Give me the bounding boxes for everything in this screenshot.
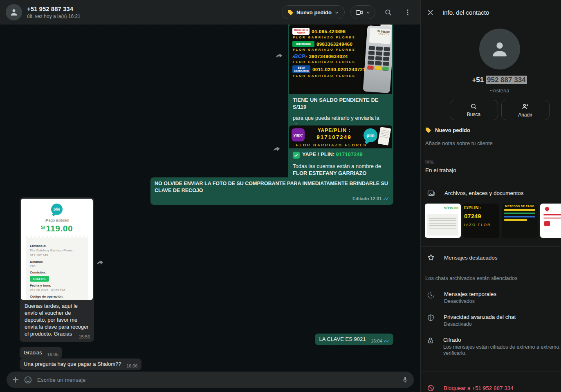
attach-plus-icon[interactable] xyxy=(11,376,20,384)
bank-account-holder: FLOR GARRIAZO FLORES xyxy=(293,36,361,39)
check-emoji xyxy=(293,152,300,159)
bank-accounts-image[interactable]: Banco de la Nación04-085-424896FLOR GARR… xyxy=(289,24,392,94)
search-contact-button[interactable]: Busca xyxy=(450,100,498,120)
last-seen: últ. vez hoy a la(s) 16:21 xyxy=(27,13,282,20)
bank-account-number: 04-085-424896 xyxy=(312,29,346,34)
incoming-message-voucher[interactable]: plin ¡Pago exitoso! S/119.00 Enviado a: … xyxy=(20,197,94,342)
banner-number: 917107249 xyxy=(305,134,364,140)
yape-logo: yape xyxy=(292,128,305,141)
forward-icon[interactable] xyxy=(96,258,105,267)
label-chip-text: Nuevo pedido xyxy=(435,127,470,133)
pos-key xyxy=(383,62,389,66)
media-links-docs-label: Archivos, enlaces y documentos xyxy=(444,190,524,196)
starred-messages-label: Mensajes destacados xyxy=(444,255,498,261)
composer-bar xyxy=(7,372,414,388)
outgoing-message-reminder[interactable]: NO OLVIDE ENVIAR LA FOTO DE SU COMPROBAN… xyxy=(150,177,393,205)
shipping-thumbnail[interactable] xyxy=(540,204,561,238)
label-chip-row[interactable]: Nuevo pedido xyxy=(421,127,561,133)
bank-account-holder: FLOR GARRIAZO FLORES xyxy=(293,60,361,64)
close-icon[interactable] xyxy=(426,9,434,16)
block-icon xyxy=(427,384,435,392)
incoming-message-thanks[interactable]: Gracias 16:05 xyxy=(20,347,62,358)
message-input[interactable] xyxy=(36,376,397,383)
message-list: Banco de la Nación04-085-424896FLOR GARR… xyxy=(0,0,420,392)
message-time: 16:05 xyxy=(47,352,58,357)
outgoing-message-bank-accounts[interactable]: Banco de la Nación04-085-424896FLOR GARR… xyxy=(288,22,393,140)
advanced-privacy-row[interactable]: Privacidad avanzada del chat Desactivado xyxy=(421,314,561,327)
media-thumbnails: S/119.00 E/PLIN : 07249 IAZO FLOR METODO… xyxy=(421,204,561,238)
person-icon xyxy=(9,7,19,17)
archived-chats-note: Los chats archivados están silenciados xyxy=(421,275,561,281)
pos-function-key xyxy=(375,66,381,70)
encryption-row[interactable]: Cifrado Los mensajes están cifrados de e… xyxy=(421,337,561,356)
label-tag-icon xyxy=(287,9,294,16)
message-caption: Buenas tardes, aquí le envío el voucher … xyxy=(21,300,93,340)
video-camera-icon xyxy=(355,9,363,16)
bcp-bank-logo: ›BCP› xyxy=(292,53,307,59)
banner-holder: FLOR GARRIAZO FLORES xyxy=(289,143,374,147)
pos-key xyxy=(375,61,381,65)
contact-avatar-large[interactable] xyxy=(479,29,520,69)
search-in-chat-button[interactable] xyxy=(381,5,395,19)
pos-function-key xyxy=(367,65,374,69)
encryption-title: Cifrado xyxy=(443,337,561,343)
receipt-paper-decor xyxy=(378,127,391,146)
mic-icon[interactable] xyxy=(402,376,409,383)
payment-voucher-image[interactable]: plin ¡Pago exitoso! S/119.00 Enviado a: … xyxy=(21,199,93,300)
shield-icon xyxy=(427,314,435,322)
pos-key xyxy=(369,46,375,50)
add-contact-button[interactable]: Añadir xyxy=(501,100,550,120)
payment-amount: S/119.00 xyxy=(21,224,93,233)
add-button-label: Añadir xyxy=(518,112,532,118)
pos-key xyxy=(368,51,375,55)
pos-key xyxy=(376,47,383,51)
contact-alias: ~Asteria xyxy=(421,87,561,94)
voucher-details: Enviado a: Flor Estefany Garriazo Flores… xyxy=(26,238,88,300)
yape-plin-thumbnail[interactable]: E/PLIN : 07249 IAZO FLOR xyxy=(463,204,499,238)
chevron-down-icon xyxy=(366,10,370,15)
pos-screen: S/ 585.00 TARJETA xyxy=(369,28,391,44)
thumb-text: E/PLIN : xyxy=(464,205,498,210)
pos-function-key xyxy=(382,67,389,71)
payment-methods-thumbnail[interactable]: METODOS DE PAGO xyxy=(502,204,538,238)
contact-avatar[interactable] xyxy=(6,4,22,20)
map-pin-decor xyxy=(544,206,550,212)
yape-banner-texts: YAPE/PLIN : 917107249 xyxy=(305,128,364,140)
new-order-button[interactable]: Nuevo pedido xyxy=(282,5,345,19)
bank-account-number: 38073480634024 xyxy=(309,54,348,59)
chat-menu-button[interactable] xyxy=(401,5,415,19)
field-label: Enviado a: xyxy=(30,244,84,248)
bank-account-row: Banco de la Nación04-085-424896FLOR GARR… xyxy=(292,28,361,39)
message-text: Todas las cuentas están a nombre de xyxy=(293,163,388,170)
video-call-button[interactable] xyxy=(350,5,375,19)
emoji-sticker-icon[interactable] xyxy=(24,376,32,384)
encryption-description-2: verificarlo. xyxy=(443,350,561,356)
yape-plin-image[interactable]: yape YAPE/PLIN : 917107249 plin FLOR GAR… xyxy=(289,125,392,148)
bank-account-row: ›BCP›38073480634024FLOR GARRIAZO FLORES xyxy=(292,53,361,64)
field-value: Flor Estefany Garriazo Flores xyxy=(30,249,84,253)
field-value: 25 Feb 2026 03:55 PM xyxy=(30,288,84,293)
block-contact-row[interactable]: Bloquear a +51 952 887 334 xyxy=(421,384,561,392)
voucher-thumbnail[interactable]: S/119.00 xyxy=(425,204,461,238)
forward-icon[interactable] xyxy=(275,52,284,60)
payment-status: ¡Pago exitoso! xyxy=(21,218,93,222)
message-time: 16:04 xyxy=(371,338,382,343)
outgoing-message-key[interactable]: LA CLAVE ES 9021 16:04✓✓ xyxy=(315,334,393,345)
person-add-icon xyxy=(521,103,529,110)
composer xyxy=(0,367,420,392)
star-icon xyxy=(427,253,435,262)
kebab-menu-icon xyxy=(404,9,411,16)
chat-header-info[interactable]: +51 952 887 334 últ. vez hoy a la(s) 16:… xyxy=(27,5,282,20)
media-links-docs-row[interactable]: Archivos, enlaces y documentos xyxy=(421,189,561,197)
panel-title: Info. del contacto xyxy=(442,9,489,16)
client-notes-field[interactable]: Añade notas sobre tu cliente xyxy=(421,140,561,146)
message-text: Buenas tardes, aquí le envío el voucher … xyxy=(25,303,89,337)
about-label: Info. xyxy=(421,159,561,165)
interbank-bank-logo: interbank xyxy=(292,41,314,47)
disappearing-messages-row[interactable]: Mensajes temporales Desactivados xyxy=(421,291,561,304)
starred-messages-row[interactable]: Mensajes destacados xyxy=(421,253,561,262)
pos-key xyxy=(376,52,382,56)
about-value: En el trabajo xyxy=(421,167,561,173)
forward-icon[interactable] xyxy=(272,145,281,154)
pos-terminal: S/ 585.00 TARJETA xyxy=(363,25,392,93)
